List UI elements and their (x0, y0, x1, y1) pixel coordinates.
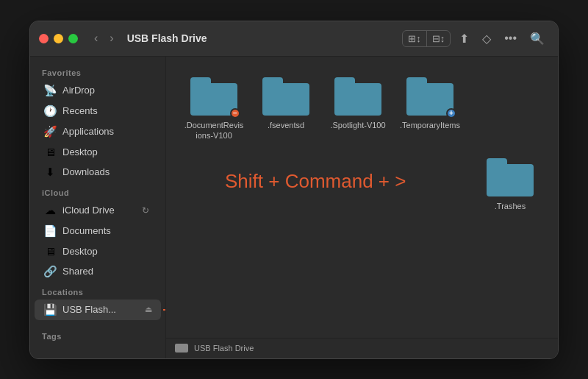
sidebar-item-airdrop-label: AirDrop (62, 85, 152, 96)
view-toggle-group: ⊞↕ ⊟↕ (402, 30, 451, 47)
minimize-button[interactable] (54, 34, 63, 43)
file-grid: − .DocumentRevisions-V100 .fseventsd (166, 57, 558, 338)
folder-fseventsd[interactable]: .fseventsd (253, 71, 319, 147)
window-title: USB Flash Drive (127, 32, 207, 44)
icloud-section-label: iCloud (30, 183, 165, 200)
folder-trashes-icon (487, 158, 534, 196)
drive-icon (175, 344, 188, 353)
folder-docrev[interactable]: − .DocumentRevisions-V100 (181, 71, 247, 147)
sidebar-item-icloud-drive[interactable]: ☁ iCloud Drive ↻ (35, 200, 161, 221)
folder-fseventsd-label: .fseventsd (268, 120, 304, 130)
sidebar-item-desktop-icloud-label: Desktop (62, 246, 152, 257)
tag-button[interactable]: ◇ (478, 29, 495, 49)
folder-spotlight-icon (334, 77, 381, 116)
sidebar-item-recents[interactable]: 🕐 Recents (35, 101, 161, 121)
sidebar-item-desktop-icloud[interactable]: 🖥 Desktop (35, 241, 161, 261)
nav-buttons: ‹ › (90, 30, 118, 46)
list-view-button[interactable]: ⊟↕ (427, 31, 451, 46)
main-content: Favorites 📡 AirDrop 🕐 Recents 🚀 Applicat… (30, 57, 558, 358)
folder-tempitems-badge: + (446, 108, 456, 118)
sidebar-item-recents-label: Recents (62, 105, 152, 116)
folder-fseventsd-icon (262, 77, 309, 116)
folder-tempitems-icon: + (406, 77, 453, 116)
file-browser: − .DocumentRevisions-V100 .fseventsd (166, 57, 558, 358)
folder-trashes[interactable]: .Trashes (477, 152, 543, 217)
sidebar-item-downloads-label: Downloads (62, 166, 152, 177)
shortcut-text: Shift + Command + > (225, 170, 406, 193)
sidebar-item-applications-label: Applications (62, 126, 152, 137)
sidebar-item-airdrop[interactable]: 📡 AirDrop (35, 80, 161, 101)
sidebar-item-documents-label: Documents (62, 225, 152, 236)
documents-icon: 📄 (43, 224, 57, 238)
desktop-icloud-icon: 🖥 (43, 245, 57, 258)
folder-spotlight-label: .Spotlight-V100 (330, 120, 385, 130)
folder-tempitems[interactable]: + .TemporaryItems (397, 71, 463, 147)
airdrop-icon: 📡 (43, 84, 57, 97)
sidebar-item-applications[interactable]: 🚀 Applications (35, 121, 161, 142)
icloud-drive-icon: ☁ (43, 204, 57, 217)
toolbar-icons: ⊞↕ ⊟↕ ⬆ ◇ ••• 🔍 (402, 29, 549, 49)
share-button[interactable]: ⬆ (455, 29, 473, 49)
more-button[interactable]: ••• (500, 29, 521, 48)
icloud-refresh-icon[interactable]: ↻ (142, 205, 149, 216)
grid-view-button[interactable]: ⊞↕ (403, 31, 427, 46)
folder-docrev-icon: − (190, 77, 237, 116)
shortcut-hint: Shift + Command + > (181, 152, 471, 217)
sidebar: Favorites 📡 AirDrop 🕐 Recents 🚀 Applicat… (30, 57, 166, 358)
folder-tempitems-label: .TemporaryItems (400, 120, 460, 130)
finder-window: ‹ › USB Flash Drive ⊞↕ ⊟↕ ⬆ ◇ ••• 🔍 Favo… (29, 21, 559, 359)
sidebar-item-documents[interactable]: 📄 Documents (35, 221, 161, 241)
eject-button[interactable]: ⏏ (145, 305, 152, 314)
sidebar-item-desktop-label: Desktop (62, 146, 152, 157)
favorites-section-label: Favorites (30, 63, 165, 80)
downloads-icon: ⬇ (43, 166, 57, 179)
folder-trashes-label: .Trashes (495, 201, 526, 211)
titlebar: ‹ › USB Flash Drive ⊞↕ ⊟↕ ⬆ ◇ ••• 🔍 (30, 21, 558, 57)
shared-icon: 🔗 (43, 265, 57, 278)
sidebar-item-usb-label: USB Flash... (62, 304, 139, 315)
back-button[interactable]: ‹ (90, 30, 102, 46)
statusbar: USB Flash Drive (166, 338, 558, 358)
traffic-lights (39, 34, 78, 43)
folder-spotlight[interactable]: .Spotlight-V100 (325, 71, 391, 147)
sidebar-item-usb[interactable]: 💾 USB Flash... ⏏ (35, 300, 161, 320)
applications-icon: 🚀 (43, 125, 57, 138)
locations-section-label: Locations (30, 282, 165, 300)
close-button[interactable] (39, 34, 49, 43)
maximize-button[interactable] (68, 34, 78, 43)
sidebar-item-desktop[interactable]: 🖥 Desktop (35, 142, 161, 162)
statusbar-label: USB Flash Drive (194, 344, 254, 353)
sidebar-item-shared[interactable]: 🔗 Shared (35, 261, 161, 282)
search-button[interactable]: 🔍 (526, 29, 549, 49)
folder-docrev-badge: − (230, 108, 240, 118)
sidebar-item-shared-label: Shared (62, 266, 152, 277)
sidebar-item-icloud-drive-label: iCloud Drive (62, 205, 136, 216)
usb-icon: 💾 (43, 303, 57, 316)
recents-icon: 🕐 (43, 105, 57, 118)
desktop-icon: 🖥 (43, 146, 57, 158)
tags-section-label: Tags (30, 326, 165, 344)
forward-button[interactable]: › (105, 30, 118, 46)
folder-docrev-label: .DocumentRevisions-V100 (184, 120, 244, 141)
sidebar-item-downloads[interactable]: ⬇ Downloads (35, 162, 161, 183)
